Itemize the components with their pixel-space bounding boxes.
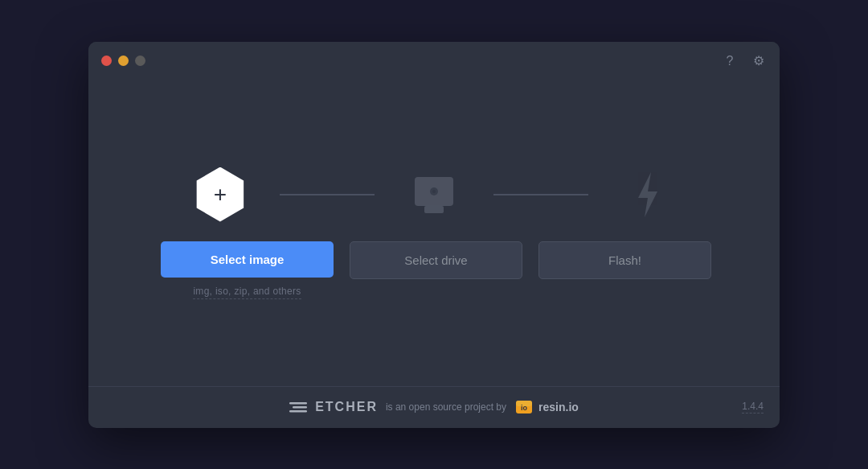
footer-content: ETCHER is an open source project by io r… xyxy=(289,397,579,417)
select-image-button[interactable]: Select image xyxy=(161,241,334,278)
svg-marker-4 xyxy=(638,172,657,217)
connector-line-1 xyxy=(280,194,375,195)
minimize-button[interactable] xyxy=(118,56,129,66)
action-buttons-row: Select image img, iso, zip, and others S… xyxy=(161,241,707,299)
svg-rect-1 xyxy=(424,206,444,213)
flash-button[interactable]: Flash! xyxy=(538,241,711,279)
flash-slot: Flash! xyxy=(538,241,711,279)
select-drive-button[interactable]: Select drive xyxy=(350,241,522,279)
main-content: + xyxy=(88,80,780,386)
image-subtitle: img, iso, zip, and others xyxy=(193,286,301,299)
etcher-logo: ETCHER xyxy=(289,400,378,414)
maximize-button[interactable] xyxy=(135,56,145,66)
connector-line-2 xyxy=(493,194,588,195)
svg-text:io: io xyxy=(521,404,528,412)
svg-rect-7 xyxy=(289,410,307,413)
select-drive-slot: Select drive xyxy=(350,241,522,279)
steps-wrapper: + xyxy=(161,167,707,299)
footer: ETCHER is an open source project by io r… xyxy=(88,386,780,428)
svg-rect-6 xyxy=(293,406,307,409)
step-icon-flash xyxy=(588,171,707,219)
svg-point-3 xyxy=(432,190,436,193)
speed-lines-icon xyxy=(289,401,312,413)
plus-icon: + xyxy=(214,183,227,206)
step-icon-select-drive xyxy=(375,174,493,216)
footer-separator-text: is an open source project by xyxy=(386,401,506,413)
app-window: ? ⚙ + xyxy=(88,42,780,428)
traffic-lights xyxy=(101,56,145,66)
resin-cube-icon: io xyxy=(514,397,534,417)
select-image-slot: Select image img, iso, zip, and others xyxy=(161,241,334,299)
hexagon-icon: + xyxy=(193,167,248,222)
help-icon[interactable]: ? xyxy=(722,53,738,69)
version-text: 1.4.4 xyxy=(742,401,764,413)
svg-rect-5 xyxy=(289,402,307,405)
etcher-logo-text: ETCHER xyxy=(315,400,378,414)
titlebar: ? ⚙ xyxy=(88,42,780,80)
flash-icon xyxy=(632,171,664,219)
close-button[interactable] xyxy=(101,56,112,66)
drive-icon xyxy=(411,174,457,216)
resin-container: io resin.io xyxy=(514,397,579,417)
step-icon-select-image: + xyxy=(161,167,280,222)
icons-row: + xyxy=(161,167,707,222)
settings-icon[interactable]: ⚙ xyxy=(751,53,767,69)
titlebar-actions: ? ⚙ xyxy=(722,53,767,69)
resin-text: resin.io xyxy=(538,401,579,413)
